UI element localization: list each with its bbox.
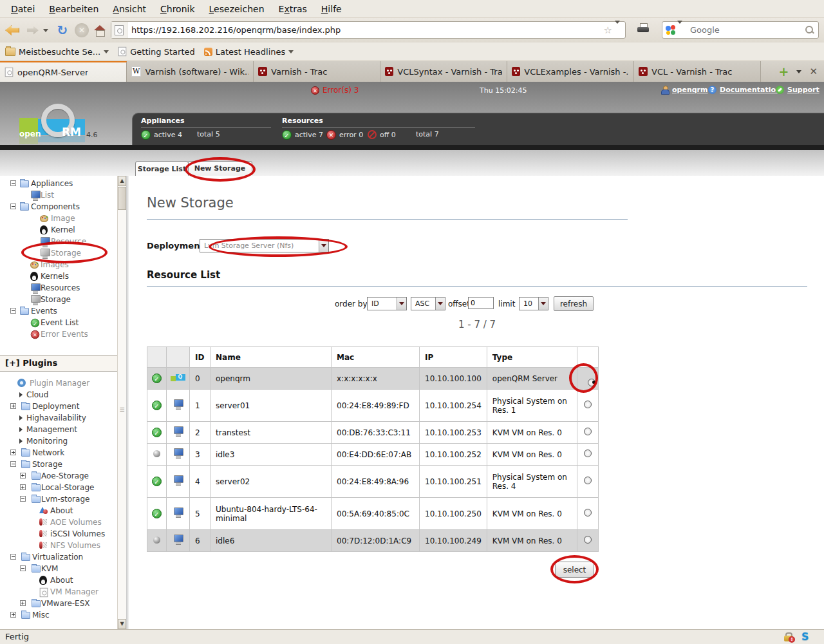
- expand-minus-icon[interactable]: [20, 565, 26, 571]
- menu-extras[interactable]: Extras: [272, 2, 314, 16]
- expand-minus-icon[interactable]: [10, 204, 16, 209]
- menu-datei[interactable]: Datei: [4, 2, 42, 16]
- sidebar-item-storage[interactable]: Storage: [0, 294, 117, 305]
- row-radio-1[interactable]: [584, 401, 592, 408]
- row-radio-4[interactable]: [584, 477, 592, 484]
- expand-minus-icon[interactable]: [10, 461, 16, 467]
- sidebar-item-nfs-volumes[interactable]: NFS Volumes: [0, 540, 117, 551]
- sidebar-item-local-storage[interactable]: Local-Storage: [0, 482, 117, 493]
- sidebar-item-lvm-storage[interactable]: Lvm-storage: [0, 493, 117, 505]
- tab-new-storage[interactable]: New Storage: [187, 161, 252, 175]
- tab-list-dropdown[interactable]: [796, 70, 801, 73]
- sidebar-item-list[interactable]: List: [0, 189, 117, 201]
- new-tab-button[interactable]: +: [779, 66, 789, 78]
- expand-minus-icon[interactable]: [10, 180, 16, 186]
- direction-select[interactable]: ASC: [411, 297, 445, 310]
- search-engine-dropdown[interactable]: [676, 24, 688, 36]
- home-button[interactable]: [90, 21, 109, 40]
- sidebar-item-events[interactable]: Events: [0, 305, 117, 317]
- menu-lesezeichen[interactable]: Lesezeichen: [202, 2, 272, 16]
- bookmark-star-icon[interactable]: ☆: [603, 24, 613, 36]
- row-radio-3[interactable]: [584, 450, 592, 457]
- menu-chronik[interactable]: Chronik: [153, 2, 202, 16]
- sidebar-item-aoe-volumes[interactable]: AOE Volumes: [0, 516, 117, 528]
- expand-plus-icon[interactable]: [20, 600, 26, 606]
- documentation-menu[interactable]: Documentation: [708, 86, 781, 94]
- user-menu[interactable]: openqrm: [660, 86, 707, 94]
- expand-plus-icon[interactable]: [20, 473, 26, 478]
- offset-input[interactable]: [468, 297, 494, 309]
- url-input[interactable]: [127, 25, 603, 35]
- sidebar-item-event-list[interactable]: Event List: [0, 317, 117, 328]
- deployment-select[interactable]: Lvm Storage Server (Nfs): [200, 239, 329, 252]
- sidebar-item-network[interactable]: Network: [0, 447, 117, 459]
- expand-minus-icon[interactable]: [20, 496, 26, 502]
- expand-plus-icon[interactable]: [10, 403, 16, 409]
- search-input[interactable]: [688, 25, 805, 35]
- row-radio-5[interactable]: [584, 509, 592, 516]
- sidebar-item-virtualization[interactable]: Virtualization: [0, 551, 117, 563]
- url-dropdown-button[interactable]: [613, 24, 625, 36]
- splitter-grip[interactable]: ☰: [119, 408, 125, 413]
- support-link[interactable]: Support: [787, 86, 819, 94]
- plugins-header[interactable]: [+] Plugins: [0, 355, 117, 372]
- limit-select[interactable]: 10: [519, 297, 548, 310]
- expand-plus-icon[interactable]: [10, 612, 16, 618]
- browser-tab-vclsyntax-varnish-trac[interactable]: VCLSyntax - Varnish - Trac: [380, 61, 507, 82]
- row-radio-6[interactable]: [584, 536, 592, 544]
- sidebar-scrollbar[interactable]: ▲ ☰ ▼: [117, 176, 126, 629]
- sidebar-item-management[interactable]: Management: [0, 424, 117, 435]
- sidebar-item-kvm[interactable]: KVM: [0, 563, 117, 574]
- menu-hilfe[interactable]: Hilfe: [314, 2, 349, 16]
- sidebar-item-monitoring[interactable]: Monitoring: [0, 435, 117, 447]
- expand-minus-icon[interactable]: [10, 308, 16, 314]
- sidebar-item-about[interactable]: About: [0, 574, 117, 586]
- scroll-up-arrow[interactable]: ▲: [118, 176, 126, 186]
- bookmark-meistbesuchte-se[interactable]: Meistbesuchte Se...: [5, 47, 109, 57]
- sidebar-item-components[interactable]: Components: [0, 201, 117, 213]
- refresh-button[interactable]: refresh: [554, 296, 594, 311]
- menu-ansicht[interactable]: Ansicht: [106, 2, 153, 16]
- print-button[interactable]: [637, 23, 649, 33]
- expand-plus-icon[interactable]: [10, 450, 16, 455]
- browser-tab-varnish-software-wik[interactable]: Varnish (software) - Wik...: [127, 61, 254, 82]
- reload-button[interactable]: ↻: [53, 21, 72, 40]
- sidebar-item-resources[interactable]: Resources: [0, 282, 117, 294]
- bookmark-latest-headlines[interactable]: Latest Headlines: [204, 47, 294, 57]
- browser-tab-vcl-varnish-trac[interactable]: VCL - Varnish - Trac: [634, 61, 761, 82]
- sidebar-item-plugin-manager[interactable]: Plugin Manager: [0, 377, 117, 389]
- sidebar-item-vmware-esx[interactable]: VMware-ESX: [0, 598, 117, 609]
- browser-tab-openqrm-server[interactable]: openQRM-Server: [0, 61, 127, 82]
- bookmark-getting-started[interactable]: Getting Started: [118, 46, 195, 57]
- sidebar-item-appliances[interactable]: Appliances: [0, 178, 117, 189]
- sidebar-item-kernels[interactable]: Kernels: [0, 270, 117, 282]
- sidebar-item-aoe-storage[interactable]: Aoe-Storage: [0, 470, 117, 482]
- browser-tab-varnish-trac[interactable]: Varnish - Trac: [254, 61, 380, 82]
- scroll-down-arrow[interactable]: ▼: [118, 619, 126, 629]
- select-button[interactable]: select: [555, 562, 594, 578]
- sidebar-item-misc[interactable]: Misc: [0, 609, 117, 621]
- sidebar-item-highavailability[interactable]: Highavailability: [0, 412, 117, 424]
- sidebar-item-about[interactable]: About: [0, 505, 117, 516]
- documentation-link[interactable]: Documentation: [720, 86, 781, 94]
- sidebar-item-image[interactable]: Image: [0, 213, 117, 224]
- sidebar-item-images[interactable]: Images: [0, 259, 117, 270]
- sidebar-item-vm-manager[interactable]: VM Manager: [0, 586, 117, 598]
- sidebar-item-deployment[interactable]: Deployment: [0, 401, 117, 412]
- stop-button[interactable]: ✕: [72, 21, 91, 40]
- history-dropdown-button[interactable]: [40, 21, 52, 40]
- tab-storage-list[interactable]: Storage List: [135, 161, 189, 176]
- search-icon[interactable]: [805, 26, 814, 35]
- row-radio-0[interactable]: [588, 379, 595, 386]
- sidebar-item-error-events[interactable]: Error Events: [0, 328, 117, 340]
- user-link[interactable]: openqrm: [672, 86, 707, 94]
- sidebar-item-resource[interactable]: Resource: [0, 236, 117, 247]
- sidebar-item-storage[interactable]: Storage: [0, 247, 117, 259]
- sidebar-item-storage[interactable]: Storage: [0, 459, 117, 470]
- sidebar-item-cloud[interactable]: Cloud: [0, 389, 117, 401]
- sidebar-item-iscsi-volumes[interactable]: iSCSI Volumes: [0, 528, 117, 540]
- menu-bearbeiten[interactable]: Bearbeiten: [42, 2, 106, 16]
- expand-plus-icon[interactable]: [20, 484, 26, 490]
- support-menu[interactable]: Support: [776, 86, 819, 94]
- expand-minus-icon[interactable]: [10, 554, 16, 560]
